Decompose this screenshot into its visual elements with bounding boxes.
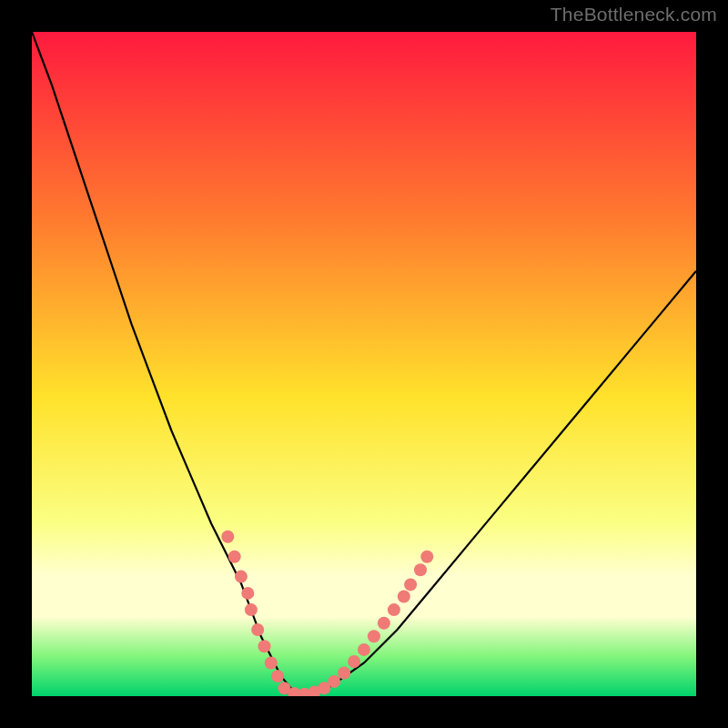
data-bead [221, 531, 234, 543]
data-bead [358, 643, 370, 656]
data-bead [245, 603, 258, 616]
data-bead [228, 551, 241, 563]
data-bead [404, 578, 417, 591]
data-bead [414, 563, 427, 576]
plot-area [32, 32, 696, 696]
data-bead [348, 655, 360, 668]
data-bead [420, 551, 433, 563]
data-bead [338, 667, 350, 680]
data-bead [328, 675, 340, 688]
data-bead [378, 617, 390, 630]
bottleneck-curve [32, 32, 696, 696]
data-bead [241, 587, 254, 600]
watermark-text: TheBottleneck.com [551, 4, 717, 25]
chart-frame: TheBottleneck.com [0, 0, 728, 728]
data-bead [258, 640, 271, 652]
data-bead [398, 591, 410, 603]
data-bead [235, 571, 248, 583]
data-bead [251, 623, 264, 636]
data-bead [388, 603, 400, 616]
data-bead [368, 630, 380, 642]
data-bead [271, 670, 284, 682]
data-bead [265, 657, 278, 670]
